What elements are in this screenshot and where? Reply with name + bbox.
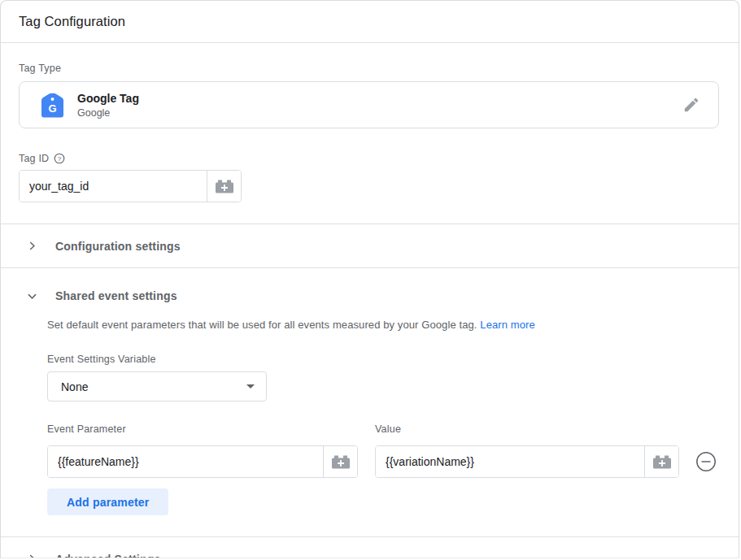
shared-event-description: Set default event parameters that will b… [47,319,719,331]
section-label: Advanced Settings [55,553,160,559]
chevron-right-icon [25,240,38,252]
selected-value: None [61,380,246,393]
value-input[interactable] [376,446,644,477]
section-shared-event-settings[interactable]: Shared event settings [1,268,739,307]
parameter-row [47,445,719,478]
tag-type-name: Google Tag [77,92,682,106]
event-parameter-label: Event Parameter [47,423,356,435]
edit-tag-type-button[interactable] [682,96,700,114]
dropdown-caret-icon [246,384,255,389]
event-settings-variable-select[interactable]: None [47,371,267,402]
event-parameter-input[interactable] [48,446,323,477]
value-label: Value [375,423,678,435]
tag-id-input-group [19,170,242,202]
chevron-right-icon [25,553,38,558]
help-icon[interactable]: ? [54,153,65,164]
chevron-down-icon [25,290,38,302]
section-configuration-settings[interactable]: Configuration settings [1,224,739,267]
remove-parameter-button[interactable] [695,451,717,472]
insert-variable-icon[interactable] [644,446,678,477]
event-settings-variable-label: Event Settings Variable [47,354,719,365]
tag-configuration-panel: Tag Configuration Tag Type G Google Tag … [0,0,739,558]
tag-type-vendor: Google [77,107,682,119]
section-advanced-settings[interactable]: Advanced Settings [1,537,739,558]
section-label: Configuration settings [55,240,181,253]
tag-id-label: Tag ID [19,153,49,164]
google-tag-icon: G [41,93,63,118]
insert-variable-icon[interactable] [207,171,241,202]
panel-header: Tag Configuration [1,1,739,43]
section-label: Shared event settings [55,289,177,302]
value-input-group [375,445,679,478]
svg-text:?: ? [58,155,62,163]
learn-more-link[interactable]: Learn more [480,319,534,331]
insert-variable-icon[interactable] [323,446,357,477]
tag-id-input[interactable] [20,171,207,202]
tag-type-card[interactable]: G Google Tag Google [19,81,719,128]
tag-type-label: Tag Type [19,63,719,74]
event-parameter-input-group [47,445,358,478]
add-parameter-button[interactable]: Add parameter [47,488,168,515]
svg-text:G: G [48,102,56,114]
page-title: Tag Configuration [19,14,125,29]
